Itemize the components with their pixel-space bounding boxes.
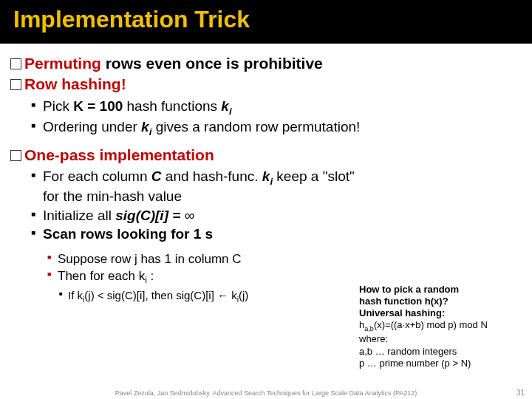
sub-for-each-column: For each column C and hash-func. ki keep…	[31, 168, 522, 206]
checkbox-icon	[10, 58, 21, 69]
sub2-suppose: Suppose row j has 1 in column C	[47, 251, 522, 267]
bullet-row-hashing: Row hashing!	[10, 75, 522, 94]
checkbox-icon	[10, 79, 21, 90]
slide-title: Implementation Trick	[13, 6, 519, 33]
title-bar: Implementation Trick	[0, 0, 532, 44]
checkbox-icon	[10, 150, 21, 161]
sub-scan-rows: Scan rows looking for 1 s	[31, 225, 522, 244]
footer-text: Pavel Zezula, Jan Sedmidubsky. Advanced …	[0, 389, 532, 397]
sublist-onepass: For each column C and hash-func. ki keep…	[31, 168, 522, 244]
bullet-permuting: Permuting rows even once is prohibitive	[10, 54, 522, 73]
sub-ordering: Ordering under ki gives a random row per…	[31, 118, 522, 138]
bullet-onepass: One-pass implementation	[10, 146, 522, 165]
sub-initialize: Initialize all sig(C)[i] = ∞	[31, 207, 522, 225]
slide-body: Permuting rows even once is prohibitive …	[0, 44, 532, 305]
page-number: 31	[516, 389, 525, 397]
sub2-list: Suppose row j has 1 in column C Then for…	[47, 251, 522, 287]
sub-pick-k: Pick K = 100 hash functions ki	[31, 98, 522, 117]
sublist-hashing: Pick K = 100 hash functions ki Ordering …	[31, 98, 522, 138]
side-note: How to pick a random hash function h(x)?…	[359, 284, 519, 369]
